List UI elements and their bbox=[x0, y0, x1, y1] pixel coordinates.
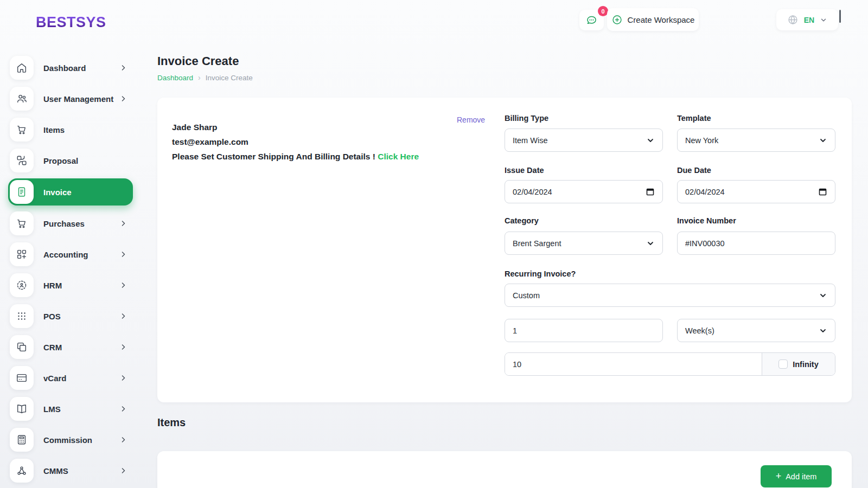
issue-date-label: Issue Date bbox=[505, 166, 544, 175]
add-item-label: Add item bbox=[786, 472, 816, 481]
chevron-down-icon bbox=[819, 291, 827, 300]
sidebar: BESTSYS Dashboard User Management bbox=[0, 0, 142, 488]
click-here-link[interactable]: Click Here bbox=[378, 152, 419, 161]
billing-type-label: Billing Type bbox=[505, 114, 548, 123]
grid-plus-icon bbox=[10, 242, 34, 266]
breadcrumb: Dashboard › Invoice Create bbox=[157, 73, 253, 82]
sidebar-item-label: CMMS bbox=[43, 466, 68, 476]
sidebar-item-purchases[interactable]: Purchases bbox=[0, 210, 142, 236]
chevron-right-icon bbox=[120, 375, 127, 382]
language-code: EN bbox=[804, 16, 814, 24]
chat-bubble-icon bbox=[585, 14, 598, 27]
sidebar-item-lms[interactable]: LMS bbox=[0, 396, 142, 422]
interval-unit-select[interactable]: Week(s) bbox=[677, 319, 835, 342]
sidebar-item-cmms[interactable]: CMMS bbox=[0, 458, 142, 484]
interval-unit-value: Week(s) bbox=[685, 326, 714, 335]
infinity-label: Infinity bbox=[793, 360, 819, 369]
calculator-icon bbox=[10, 428, 34, 452]
cart-icon bbox=[10, 118, 34, 142]
items-section-title: Items bbox=[157, 416, 186, 429]
category-label: Category bbox=[505, 216, 539, 225]
customer-name: Jade Sharp bbox=[172, 123, 218, 132]
copy-icon bbox=[10, 335, 34, 359]
user-dashed-circle-icon bbox=[10, 273, 34, 297]
breadcrumb-dashboard-link[interactable]: Dashboard bbox=[157, 74, 193, 82]
chevron-right-icon bbox=[120, 313, 127, 320]
issue-date-input[interactable]: 02/04/2024 bbox=[505, 180, 663, 203]
invoice-file-icon bbox=[10, 180, 34, 204]
invoice-number-label: Invoice Number bbox=[677, 216, 736, 225]
remove-customer-link[interactable]: Remove bbox=[457, 115, 485, 124]
sidebar-item-accounting[interactable]: Accounting bbox=[0, 241, 142, 267]
page-title: Invoice Create bbox=[157, 54, 239, 68]
due-date-label: Due Date bbox=[677, 166, 711, 175]
occurrences-group: Infinity bbox=[505, 352, 835, 376]
sidebar-item-label: POS bbox=[43, 312, 61, 321]
recurring-invoice-select[interactable]: Custom bbox=[505, 284, 835, 307]
customer-billing-note: Please Set Customer Shipping And Billing… bbox=[172, 152, 419, 162]
sidebar-item-label: Items bbox=[43, 125, 65, 134]
home-icon bbox=[10, 56, 34, 80]
sidebar-item-label: HRM bbox=[43, 281, 62, 290]
chevron-right-icon bbox=[120, 406, 127, 413]
recurring-invoice-label: Recurring Invoice? bbox=[505, 269, 576, 278]
sidebar-item-invoice[interactable]: Invoice bbox=[8, 178, 133, 206]
sidebar-item-pos[interactable]: POS bbox=[0, 303, 142, 329]
category-value: Brent Sargent bbox=[513, 239, 561, 248]
plus-circle-icon bbox=[611, 14, 623, 25]
chevron-down-icon bbox=[646, 239, 655, 248]
sidebar-item-hrm[interactable]: HRM bbox=[0, 272, 142, 298]
dots-grid-icon bbox=[10, 304, 34, 328]
due-date-input[interactable]: 02/04/2024 bbox=[677, 180, 835, 203]
sidebar-item-label: Proposal bbox=[43, 156, 78, 165]
category-select[interactable]: Brent Sargent bbox=[505, 232, 663, 255]
sidebar-item-label: Commission bbox=[43, 435, 92, 445]
sidebar-item-commission[interactable]: Commission bbox=[0, 427, 142, 453]
create-workspace-button[interactable]: Create Workspace bbox=[607, 8, 699, 31]
chevron-right-icon bbox=[120, 65, 127, 72]
chevron-right-icon bbox=[120, 220, 127, 227]
calendar-icon bbox=[818, 187, 827, 196]
chevron-right-icon bbox=[120, 467, 127, 474]
chevron-right-icon bbox=[120, 95, 127, 102]
cart-icon bbox=[10, 211, 34, 235]
chevron-down-icon bbox=[646, 136, 655, 145]
sidebar-item-label: User Management bbox=[43, 94, 113, 104]
chevron-right-icon bbox=[120, 344, 127, 351]
sidebar-item-label: Invoice bbox=[43, 188, 72, 197]
nodes-icon bbox=[10, 459, 34, 483]
items-card: + Add item bbox=[157, 451, 852, 488]
billing-type-value: Item Wise bbox=[513, 136, 547, 145]
billing-note-text: Please Set Customer Shipping And Billing… bbox=[172, 152, 375, 161]
sidebar-item-label: Dashboard bbox=[43, 63, 86, 73]
globe-icon bbox=[787, 14, 799, 25]
transform-icon bbox=[10, 149, 34, 172]
sidebar-item-vcard[interactable]: vCard bbox=[0, 365, 142, 391]
billing-type-select[interactable]: Item Wise bbox=[505, 129, 663, 152]
occurrences-input[interactable] bbox=[505, 353, 762, 375]
sidebar-item-user-management[interactable]: User Management bbox=[0, 86, 142, 112]
create-workspace-label: Create Workspace bbox=[628, 15, 695, 24]
sidebar-item-dashboard[interactable]: Dashboard bbox=[0, 55, 142, 81]
sidebar-item-crm[interactable]: CRM bbox=[0, 334, 142, 360]
invoice-number-input[interactable] bbox=[677, 232, 835, 255]
add-item-button[interactable]: + Add item bbox=[761, 465, 832, 487]
scrollbar-thumb[interactable] bbox=[839, 10, 841, 23]
chevron-down-icon bbox=[820, 16, 827, 24]
template-select[interactable]: New York bbox=[677, 129, 835, 152]
chat-button[interactable]: 0 bbox=[579, 10, 604, 30]
infinity-checkbox[interactable] bbox=[778, 359, 788, 369]
book-icon bbox=[10, 397, 34, 421]
chevron-right-icon bbox=[120, 436, 127, 444]
sidebar-item-label: Purchases bbox=[43, 219, 85, 228]
chevron-down-icon bbox=[819, 326, 827, 335]
chevron-right-icon bbox=[120, 251, 127, 258]
template-label: Template bbox=[677, 114, 711, 123]
recurring-invoice-value: Custom bbox=[513, 291, 540, 300]
interval-count-input[interactable] bbox=[505, 319, 663, 342]
sidebar-item-items[interactable]: Items bbox=[0, 117, 142, 143]
sidebar-item-label: CRM bbox=[43, 343, 62, 352]
language-selector[interactable]: EN bbox=[776, 9, 838, 30]
sidebar-item-proposal[interactable]: Proposal bbox=[0, 147, 142, 174]
template-value: New York bbox=[685, 136, 718, 145]
